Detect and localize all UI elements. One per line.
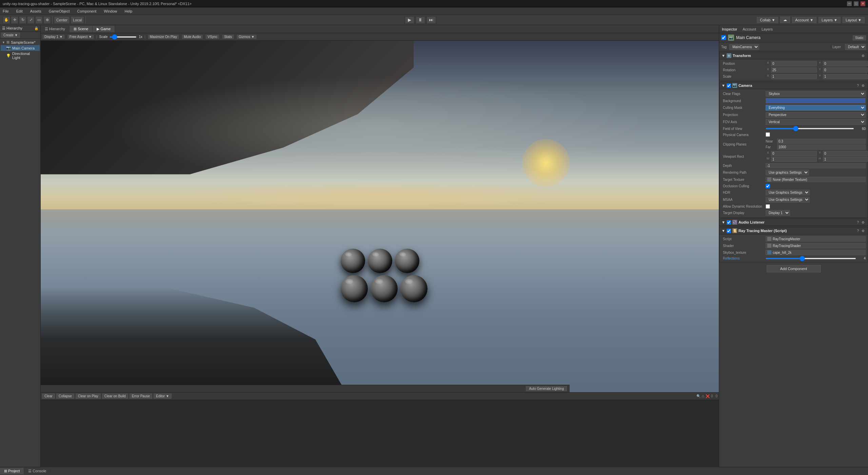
fov-slider[interactable]	[766, 128, 854, 129]
tab-scene[interactable]: ⊞ Scene	[70, 26, 93, 32]
camera-settings-button[interactable]: ⚙	[861, 84, 866, 88]
audio-listener-checkbox[interactable]	[727, 220, 731, 225]
target-texture-value[interactable]: None (Render Texture)	[766, 177, 866, 182]
display-button[interactable]: Display 1 ▼	[42, 34, 65, 39]
camera-info-button[interactable]: ?	[856, 84, 860, 88]
hdr-select[interactable]: Use Graphics Settings	[766, 190, 810, 195]
tab-console[interactable]: ☰ Console	[24, 468, 51, 474]
scale-tool[interactable]: ⤢	[27, 16, 35, 24]
transform-header[interactable]: ▼ ⊕ Transform ⚙	[719, 52, 868, 59]
pos-y-input[interactable]	[823, 61, 868, 66]
hierarchy-item-samplescene[interactable]: ▼ ⊞ SampleScene*	[1, 39, 40, 45]
menu-assets[interactable]: Assets	[29, 8, 43, 14]
audio-info-button[interactable]: ?	[856, 221, 860, 224]
background-color-swatch[interactable]	[766, 98, 866, 103]
collapse-button[interactable]: Collapse	[56, 394, 74, 399]
fov-axis-select[interactable]: Vertical	[766, 119, 866, 125]
msaa-select[interactable]: Use Graphics Settings	[766, 197, 810, 203]
transform-settings-button[interactable]: ⚙	[861, 54, 866, 58]
transform-tool[interactable]: ⊕	[43, 16, 51, 24]
play-button[interactable]: ▶	[405, 16, 414, 24]
allow-dynamic-checkbox[interactable]	[766, 204, 770, 209]
reflections-slider[interactable]	[766, 258, 856, 259]
hierarchy-lock-icon[interactable]: 🔒	[34, 26, 38, 30]
shader-value[interactable]: RayTracingShader	[766, 243, 866, 248]
layers-button[interactable]: Layers ▼	[818, 17, 841, 23]
physical-camera-checkbox[interactable]	[766, 132, 770, 137]
audio-settings-button[interactable]: ⚙	[861, 221, 866, 224]
depth-input[interactable]	[766, 163, 866, 168]
layout-button[interactable]: Layout ▼	[843, 17, 865, 23]
layer-select[interactable]: Default	[845, 44, 866, 50]
aspect-button[interactable]: Free Aspect ▼	[67, 34, 94, 39]
culling-mask-select[interactable]: Everything	[766, 105, 866, 111]
scale-y-input[interactable]	[823, 74, 868, 79]
tab-project[interactable]: ⊞ Project	[0, 468, 24, 474]
far-input[interactable]	[777, 145, 866, 150]
gizmos-button[interactable]: Gizmos ▼	[236, 34, 257, 39]
scale-slider[interactable]	[110, 36, 137, 38]
tab-hierarchy[interactable]: ☰ Hierarchy	[41, 26, 70, 32]
static-button[interactable]: Static	[853, 35, 866, 40]
hand-tool[interactable]: ✋	[3, 16, 10, 24]
move-tool[interactable]: ✛	[11, 16, 18, 24]
audio-listener-header[interactable]: ▼ 🔊 Audio Listener ? ⚙	[719, 219, 868, 226]
ray-tracing-header[interactable]: ▼ 📜 Ray Tracing Master (Script) ? ⚙	[719, 227, 868, 234]
menu-gameobject[interactable]: GameObject	[47, 8, 71, 14]
tag-select[interactable]: MainCamera	[729, 44, 759, 50]
menu-edit[interactable]: Edit	[15, 8, 24, 14]
close-button[interactable]: ✕	[861, 1, 865, 6]
camera-active-checkbox[interactable]	[727, 83, 731, 88]
hierarchy-item-directionallight[interactable]: 💡 Directional Light	[1, 51, 40, 60]
vp-h-input[interactable]	[823, 157, 868, 162]
center-button[interactable]: Center	[54, 16, 70, 24]
error-pause-button[interactable]: Error Pause	[130, 394, 152, 399]
occlusion-culling-checkbox[interactable]	[766, 184, 770, 188]
vsync-button[interactable]: VSync	[205, 34, 220, 39]
vp-w-input[interactable]	[771, 157, 817, 162]
rot-x-input[interactable]	[771, 68, 817, 73]
rendering-path-select[interactable]: Use graphics Settings	[766, 170, 809, 175]
vp-y-input[interactable]	[823, 151, 868, 156]
step-button[interactable]: ⏭	[427, 16, 436, 24]
clear-flags-select[interactable]: Skybox	[766, 91, 866, 97]
auto-generate-lighting-button[interactable]: Auto Generate Lighting	[526, 386, 567, 391]
projection-select[interactable]: Perspective	[766, 112, 866, 118]
account-tab[interactable]: Account	[743, 27, 756, 31]
rt-info-button[interactable]: ?	[856, 229, 860, 233]
rotate-tool[interactable]: ↻	[19, 16, 26, 24]
mute-audio-button[interactable]: Mute Audio	[181, 34, 203, 39]
maximize-button[interactable]: □	[854, 1, 859, 6]
hierarchy-item-maincamera[interactable]: 📷 Main Camera	[1, 45, 40, 51]
menu-help[interactable]: Help	[123, 8, 134, 14]
cloud-button[interactable]: ☁	[780, 17, 790, 23]
tab-game[interactable]: ▶ Game	[93, 26, 115, 32]
maximize-on-play-button[interactable]: Maximize On Play	[147, 34, 180, 39]
editor-button[interactable]: Editor ▼	[154, 394, 172, 399]
skybox-texture-value[interactable]: cape_hill_2k	[766, 250, 866, 255]
inspector-tab[interactable]: Inspector	[722, 27, 737, 31]
near-input[interactable]	[777, 139, 866, 144]
stats-button[interactable]: Stats	[222, 34, 234, 39]
minimize-button[interactable]: ─	[847, 1, 852, 6]
object-active-checkbox[interactable]	[721, 35, 726, 40]
hierarchy-create-button[interactable]: Create ▼	[1, 33, 20, 38]
camera-header[interactable]: ▼ 📷 Camera ? ⚙	[719, 82, 868, 89]
vp-x-input[interactable]	[771, 151, 817, 156]
local-button[interactable]: Local	[71, 16, 84, 24]
rt-settings-button[interactable]: ⚙	[861, 229, 866, 233]
rect-tool[interactable]: ▭	[35, 16, 43, 24]
clear-on-build-button[interactable]: Clear on Build	[102, 394, 128, 399]
clear-on-play-button[interactable]: Clear on Play	[76, 394, 101, 399]
menu-component[interactable]: Component	[76, 8, 98, 14]
menu-window[interactable]: Window	[102, 8, 118, 14]
target-display-select[interactable]: Display 1	[766, 210, 790, 216]
menu-file[interactable]: File	[1, 8, 10, 14]
rt-active-checkbox[interactable]	[727, 229, 731, 233]
pause-button[interactable]: ⏸	[416, 16, 425, 24]
add-component-button[interactable]: Add Component	[767, 265, 821, 272]
pos-x-input[interactable]	[771, 61, 817, 66]
rot-y-input[interactable]	[823, 68, 868, 73]
clear-button[interactable]: Clear	[42, 394, 55, 399]
scale-x-input[interactable]	[771, 74, 817, 79]
